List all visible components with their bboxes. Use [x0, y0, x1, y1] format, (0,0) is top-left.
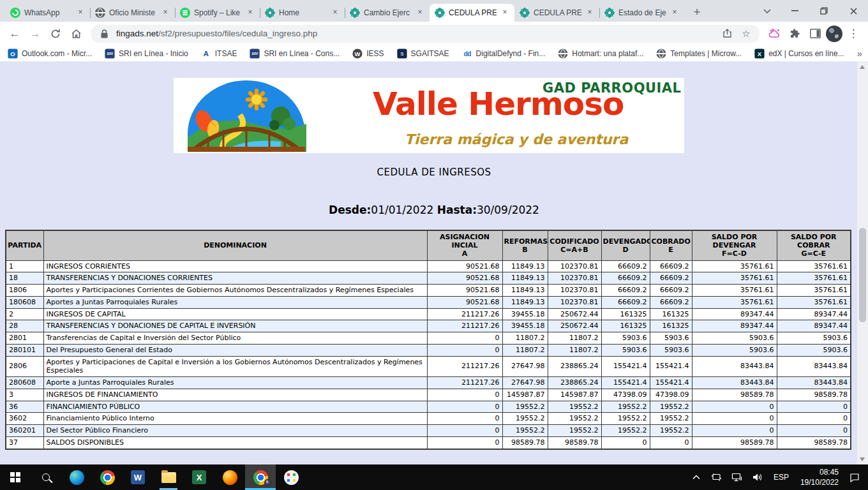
- tab-close-icon[interactable]: ×: [246, 8, 255, 17]
- bookmark-item[interactable]: edX | Cursos en líne...: [754, 48, 844, 59]
- partida-cell: 3602: [6, 413, 43, 425]
- fingads-favicon: [604, 8, 615, 18]
- banner-tagline: Tierra mágica y de aventura: [405, 131, 628, 147]
- tab-search-chevron-icon[interactable]: [754, 0, 780, 22]
- excel-icon: X: [192, 470, 206, 484]
- amount-cell: 66609.2: [601, 260, 650, 272]
- amount-cell: 19552.2: [502, 413, 548, 425]
- language-indicator[interactable]: ESP: [770, 473, 793, 482]
- bookmark-item[interactable]: SGAITSAE: [397, 48, 449, 59]
- tab-strip-tabs: WhatsApp×Oficio Ministe×Spotify – Like×H…: [5, 0, 684, 22]
- browser-tab[interactable]: Estado de Eje×: [599, 4, 684, 22]
- minimize-button[interactable]: [780, 0, 809, 22]
- browser-tab[interactable]: WhatsApp×: [5, 4, 90, 22]
- table-header-row: PARTIDADENOMINACIONASIGNACION INCIAL ARE…: [6, 230, 851, 260]
- scroll-up-arrow-icon[interactable]: [860, 65, 865, 69]
- amount-cell: 19552.2: [502, 425, 548, 437]
- scroll-down-arrow-icon[interactable]: [860, 457, 865, 461]
- amount-cell: 98589.78: [692, 389, 777, 401]
- browser-tab[interactable]: Spotify – Like×: [175, 4, 260, 22]
- tray-network-icon[interactable]: [729, 464, 745, 490]
- tray-cast-icon[interactable]: [708, 464, 725, 490]
- bookmark-item[interactable]: IESS: [352, 48, 384, 59]
- start-button[interactable]: [0, 464, 31, 490]
- tray-chevron-up-icon[interactable]: [688, 464, 705, 490]
- bookmark-item[interactable]: ITSAE: [201, 48, 237, 59]
- taskbar-clock[interactable]: 08:45 19/10/2022: [797, 467, 842, 487]
- taskbar-search-button[interactable]: [31, 464, 61, 490]
- amount-cell: 0: [777, 413, 851, 425]
- bookmark-item[interactable]: SRI en Línea - Cons...: [250, 48, 340, 59]
- taskbar-paint-button[interactable]: [276, 464, 306, 490]
- url-text[interactable]: fingads.net/sf2/presupuesto/files/cedula…: [116, 29, 715, 38]
- itsae-favicon: [201, 48, 211, 58]
- browser-menu-kebab-icon[interactable]: ⋮: [844, 24, 863, 43]
- browser-tab[interactable]: CEDULA PRES×: [514, 4, 599, 22]
- scrollbar-thumb[interactable]: [859, 228, 866, 322]
- amount-cell: 0: [427, 332, 502, 345]
- maximize-restore-button[interactable]: [809, 0, 839, 22]
- browser-toolbar: ← → fingads.net/sf2/presupuesto/files/ce…: [0, 22, 868, 45]
- denominacion-cell: Financiamiento Público Interno: [43, 413, 427, 425]
- outlook-favicon: [8, 48, 17, 58]
- bookmarks-overflow-chevron[interactable]: »: [857, 48, 862, 59]
- partida-cell: 1: [6, 260, 43, 272]
- address-bar[interactable]: fingads.net/sf2/presupuesto/files/cedula…: [91, 25, 760, 43]
- browser-tab[interactable]: Cambio Ejerc×: [345, 4, 430, 22]
- amount-cell: 19552.2: [548, 413, 601, 425]
- amount-cell: 35761.61: [692, 285, 777, 297]
- amount-cell: 11849.13: [502, 260, 548, 272]
- tab-close-icon[interactable]: ×: [500, 8, 509, 17]
- browser-tab[interactable]: Home×: [260, 4, 345, 22]
- tab-close-icon[interactable]: ×: [670, 8, 679, 17]
- table-row: 2801Transferencias de Capital e Inversió…: [6, 332, 851, 345]
- table-row: 18TRANSFERENCIAS Y DONACIONES CORRIENTES…: [6, 272, 851, 285]
- amount-cell: 102370.81: [548, 272, 601, 285]
- amount-cell: 11807.2: [548, 344, 601, 356]
- bookmark-item[interactable]: Hotmart: una plataf...: [558, 48, 643, 59]
- tab-close-icon[interactable]: ×: [331, 8, 340, 17]
- new-tab-button[interactable]: +: [688, 3, 706, 21]
- fingads-favicon: [350, 8, 360, 18]
- taskbar-firefox-button[interactable]: [214, 464, 245, 490]
- amount-cell: 89347.44: [692, 320, 777, 332]
- reload-button[interactable]: [46, 24, 65, 43]
- bookmark-item[interactable]: Outlook.com - Micr...: [8, 48, 92, 59]
- tab-close-icon[interactable]: ×: [415, 8, 424, 17]
- notification-center-icon[interactable]: [846, 464, 863, 490]
- tab-close-icon[interactable]: ×: [585, 8, 594, 17]
- tray-volume-icon[interactable]: [749, 464, 766, 490]
- page-scrollbar[interactable]: [857, 62, 868, 464]
- home-button[interactable]: [66, 24, 86, 43]
- tab-close-icon[interactable]: ×: [161, 8, 170, 17]
- taskbar-word-button[interactable]: W: [123, 464, 153, 490]
- side-panel-icon[interactable]: [805, 24, 825, 43]
- taskbar-excel-button[interactable]: X: [184, 464, 214, 490]
- close-button[interactable]: [839, 0, 868, 22]
- extension-cloud-icon[interactable]: [765, 24, 784, 43]
- amount-cell: 155421.4: [650, 377, 692, 389]
- tab-close-icon[interactable]: ×: [76, 8, 85, 17]
- partida-cell: 37: [6, 436, 43, 449]
- taskbar-explorer-button[interactable]: [153, 464, 184, 490]
- bookmark-label: edX | Cursos en líne...: [768, 49, 844, 58]
- taskbar-chrome-button[interactable]: [92, 464, 123, 490]
- bookmark-item[interactable]: Templates | Microw...: [656, 48, 742, 59]
- taskbar-edge-button[interactable]: [61, 464, 92, 490]
- taskbar-chrome-profile-button[interactable]: [245, 464, 276, 490]
- browser-tab[interactable]: Oficio Ministe×: [90, 4, 175, 22]
- table-row: 2INGRESOS DE CAPITAL211217.2639455.18250…: [6, 308, 851, 320]
- amount-cell: 35761.61: [777, 296, 851, 308]
- profile-avatar[interactable]: [826, 26, 842, 42]
- forward-button[interactable]: →: [26, 24, 45, 43]
- extensions-puzzle-icon[interactable]: [785, 24, 804, 43]
- back-button[interactable]: ←: [5, 24, 24, 43]
- bookmark-item[interactable]: DigitalDefynd - Fin...: [462, 48, 546, 59]
- browser-tab[interactable]: CEDULA PRES×: [430, 4, 514, 22]
- bookmark-label: SRI en Línea - Inicio: [119, 49, 188, 58]
- bookmark-star-icon[interactable]: ☆: [739, 27, 753, 41]
- bookmark-item[interactable]: SRI en Línea - Inicio: [105, 48, 188, 59]
- amount-cell: 5903.6: [777, 344, 851, 356]
- denominacion-cell: INGRESOS DE FINANCIAMIENTO: [43, 389, 427, 401]
- share-icon[interactable]: [720, 27, 734, 41]
